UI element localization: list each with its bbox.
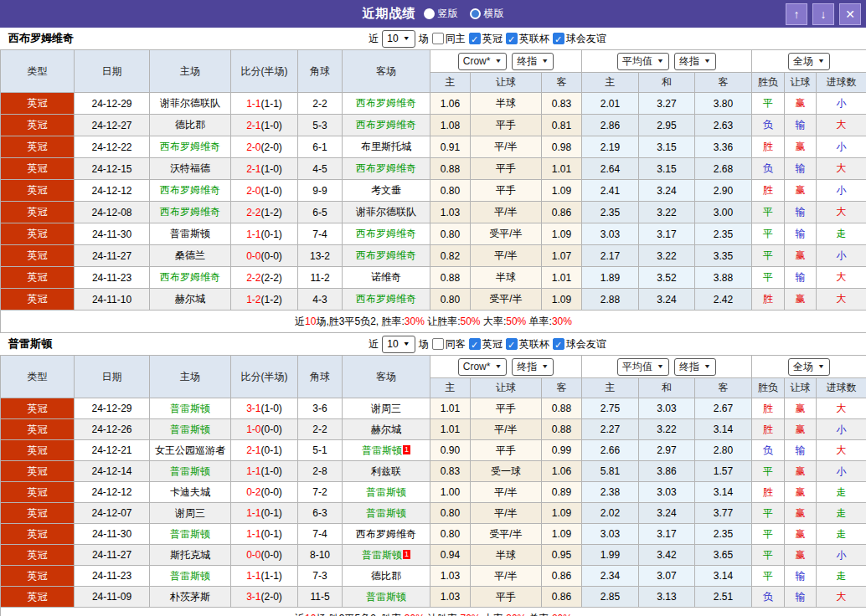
league-filter-friendly[interactable]: 球会友谊: [553, 337, 606, 352]
layout-radio-vertical[interactable]: 竖版: [424, 7, 458, 21]
away-team: 西布罗姆维奇: [343, 245, 430, 267]
col-home: 主场: [150, 50, 231, 93]
league-filter-friendly[interactable]: 球会友谊: [553, 32, 606, 46]
result-goals: 大: [817, 440, 866, 461]
corner-count: 2-8: [298, 461, 343, 482]
league-badge: 英冠: [1, 223, 75, 245]
col-type: 类型: [1, 356, 75, 398]
col-avg-away: 客: [695, 73, 752, 93]
league-filter-championship[interactable]: 英冠: [469, 337, 503, 352]
result-goals: 大: [817, 158, 866, 180]
avg-draw: 3.17: [639, 223, 695, 245]
avg-home: 2.19: [582, 136, 639, 158]
result-handicap: 赢: [785, 180, 817, 202]
average-final-select[interactable]: 终指▼: [674, 53, 716, 70]
recent-results-table-west-brom: 类型 日期 主场 比分(半场) 角球 客场 Crow*▼ 终指▼ 平均值▼ 终指…: [0, 49, 866, 333]
score-cell: 0-2(0-0): [231, 482, 298, 503]
checkbox-unchecked-icon[interactable]: [432, 33, 444, 44]
checkbox-checked-icon[interactable]: [553, 33, 564, 44]
away-team: 西布罗姆维奇: [343, 223, 430, 245]
away-team: 德比郡: [343, 566, 430, 587]
score-cell: 1-1(0-1): [231, 503, 298, 524]
home-team: 斯托克城: [150, 545, 231, 566]
result-handicap: 输: [785, 158, 817, 180]
red-card-badge: 1: [403, 445, 410, 454]
score-cell: 2-1(1-0): [231, 158, 298, 180]
score-cell: 2-0(1-0): [231, 180, 298, 202]
avg-away: 3.80: [695, 93, 752, 115]
odds-company-select[interactable]: Crow*▼: [458, 358, 508, 376]
result-goals: 小: [817, 545, 866, 566]
average-final-select[interactable]: 终指▼: [674, 358, 716, 376]
checkbox-checked-icon[interactable]: [553, 338, 564, 350]
move-down-button[interactable]: ↓: [812, 3, 834, 25]
result-wdl: 平: [752, 545, 785, 566]
layout-radio-horizontal[interactable]: 横版: [470, 7, 504, 21]
odds-away: 0.88: [542, 398, 582, 419]
result-handicap: 赢: [785, 482, 817, 503]
avg-draw: 2.95: [639, 115, 695, 136]
result-goals: 小: [817, 136, 866, 158]
radio-unselected-icon[interactable]: [470, 8, 481, 19]
checkbox-checked-icon[interactable]: [506, 33, 518, 44]
odds-home: 1.00: [430, 482, 471, 503]
close-button[interactable]: ✕: [839, 3, 861, 25]
odds-company-select[interactable]: Crow*▼: [458, 53, 508, 70]
home-team: 桑德兰: [150, 245, 231, 267]
same-away-filter[interactable]: 同客: [432, 337, 466, 352]
halftime-score: (1-1): [261, 98, 282, 110]
score-cell: 1-1(1-0): [231, 461, 298, 482]
average-select[interactable]: 平均值▼: [617, 358, 669, 376]
score-cell: 2-0(2-0): [231, 136, 298, 158]
average-select[interactable]: 平均值▼: [617, 53, 669, 70]
odds-final-select[interactable]: 终指▼: [512, 53, 554, 70]
checkbox-checked-icon[interactable]: [469, 338, 481, 350]
odds-handicap: 平/半: [471, 482, 542, 503]
score-cell: 1-0(0-0): [231, 419, 298, 440]
checkbox-checked-icon[interactable]: [506, 338, 518, 350]
result-goals: 大: [817, 398, 866, 419]
odds-home: 1.01: [430, 419, 471, 440]
away-team: 西布罗姆维奇: [343, 158, 430, 180]
col-home: 主场: [150, 356, 231, 398]
league-filter-efl-cup[interactable]: 英联杯: [506, 32, 549, 46]
avg-home: 2.41: [582, 180, 639, 202]
league-badge: 英冠: [1, 461, 75, 482]
odds-away: 1.06: [542, 461, 582, 482]
away-team: 普雷斯顿: [343, 482, 430, 503]
match-count-select[interactable]: 10▼: [382, 336, 415, 353]
result-goals: 大: [817, 115, 866, 136]
avg-away: 2.90: [695, 180, 752, 202]
halftime-score: (0-0): [261, 424, 282, 435]
chevron-down-icon: ▼: [403, 35, 410, 42]
radio-selected-icon[interactable]: [424, 8, 435, 19]
home-team: 普雷斯顿: [150, 398, 231, 419]
scope-select[interactable]: 全场▼: [788, 53, 830, 70]
score-cell: 1-1(0-1): [231, 524, 298, 545]
home-team: 普雷斯顿: [150, 524, 231, 545]
odds-home: 0.88: [430, 267, 471, 289]
result-wdl: 胜: [752, 419, 785, 440]
checkbox-checked-icon[interactable]: [469, 33, 481, 44]
league-filter-championship[interactable]: 英冠: [469, 32, 503, 46]
league-filter-efl-cup[interactable]: 英联杯: [506, 337, 549, 352]
same-home-filter[interactable]: 同主: [432, 32, 466, 46]
score-cell: 3-1(2-0): [231, 587, 298, 608]
result-handicap: 赢: [785, 419, 817, 440]
scope-select[interactable]: 全场▼: [788, 358, 830, 376]
odds-home: 0.80: [430, 289, 471, 311]
corner-count: 6-5: [298, 202, 343, 223]
match-count-select[interactable]: 10▼: [382, 30, 415, 48]
avg-draw: 3.17: [639, 524, 695, 545]
avg-home: 2.02: [582, 503, 639, 524]
odds-final-select[interactable]: 终指▼: [512, 358, 554, 376]
col-avg-away: 客: [695, 378, 752, 398]
avg-draw: 3.22: [639, 419, 695, 440]
move-up-button[interactable]: ↑: [786, 3, 807, 25]
result-wdl: 胜: [752, 180, 785, 202]
checkbox-unchecked-icon[interactable]: [432, 338, 444, 350]
home-team: 赫尔城: [150, 289, 231, 311]
avg-draw: 3.13: [639, 587, 695, 608]
avg-draw: 3.03: [639, 482, 695, 503]
avg-draw: 3.86: [639, 461, 695, 482]
